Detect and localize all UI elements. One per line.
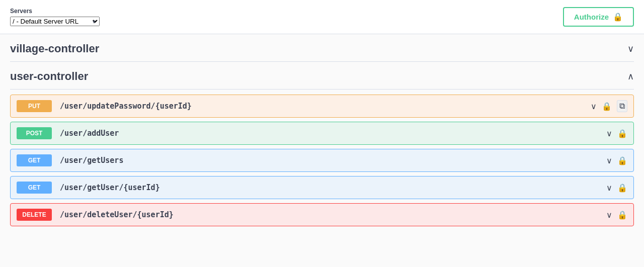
delete-path: /user/deleteUser/{userId} [60, 210, 606, 219]
endpoint-post-adduser[interactable]: POST /user/addUser ∨ 🔒 [10, 122, 634, 145]
servers-label: Servers [10, 8, 100, 15]
put-path: /user/updatePassword/{userId} [60, 102, 591, 111]
village-controller-title: village-controller [10, 42, 99, 55]
chevron-down-icon: ∨ [606, 156, 612, 165]
endpoints-list: PUT /user/updatePassword/{userId} ∨ 🔒 ⧉ … [10, 90, 634, 231]
lock-icon: 🔒 [617, 156, 627, 165]
lock-icon-green: 🔒 [613, 12, 623, 22]
get-badge-2: GET [17, 182, 52, 194]
user-controller-section: user-controller ∧ PUT /user/updatePasswo… [10, 62, 634, 231]
get1-endpoint-icons: ∨ 🔒 [606, 156, 627, 165]
lock-icon: 🔒 [617, 210, 627, 220]
endpoint-get-getuser[interactable]: GET /user/getUser/{userId} ∨ 🔒 [10, 176, 634, 199]
delete-badge: DELETE [17, 209, 52, 221]
lock-icon: 🔒 [617, 129, 627, 138]
endpoint-delete-deleteuser[interactable]: DELETE /user/deleteUser/{userId} ∨ 🔒 [10, 203, 634, 226]
put-endpoint-icons: ∨ 🔒 ⧉ [591, 100, 627, 112]
get-badge-1: GET [17, 154, 52, 166]
chevron-down-icon: ∨ [606, 129, 612, 138]
user-controller-title: user-controller [10, 70, 88, 83]
authorize-label: Authorize [574, 13, 609, 21]
post-endpoint-icons: ∨ 🔒 [606, 129, 627, 138]
copy-icon[interactable]: ⧉ [617, 100, 627, 112]
top-bar: Servers / - Default Server URL ▾ Authori… [0, 0, 644, 34]
servers-section: Servers / - Default Server URL ▾ [10, 8, 100, 26]
chevron-down-icon: ∨ [606, 183, 612, 193]
delete-endpoint-icons: ∨ 🔒 [606, 210, 627, 220]
endpoint-get-getusers[interactable]: GET /user/getUsers ∨ 🔒 [10, 149, 634, 172]
lock-icon: 🔒 [602, 102, 612, 111]
chevron-down-icon: ∨ [606, 210, 612, 220]
lock-icon: 🔒 [617, 183, 627, 193]
user-controller-header[interactable]: user-controller ∧ [10, 62, 634, 90]
server-select[interactable]: / - Default Server URL [10, 17, 100, 26]
get2-endpoint-icons: ∨ 🔒 [606, 183, 627, 193]
village-controller-header[interactable]: village-controller ∨ [10, 34, 634, 62]
post-badge: POST [17, 127, 52, 139]
village-controller-chevron: ∨ [627, 43, 634, 54]
village-controller-section: village-controller ∨ [10, 34, 634, 62]
user-controller-chevron: ∧ [627, 71, 634, 82]
get-path-1: /user/getUsers [60, 156, 606, 165]
main-content: village-controller ∨ user-controller ∧ P… [0, 34, 644, 231]
authorize-button[interactable]: Authorize 🔒 [563, 7, 634, 27]
put-badge: PUT [17, 100, 52, 112]
chevron-down-icon: ∨ [591, 102, 597, 111]
post-path: /user/addUser [60, 129, 606, 138]
get-path-2: /user/getUser/{userId} [60, 183, 606, 192]
server-dropdown-wrapper[interactable]: / - Default Server URL ▾ [10, 17, 100, 26]
endpoint-put-updatepassword[interactable]: PUT /user/updatePassword/{userId} ∨ 🔒 ⧉ [10, 95, 634, 118]
